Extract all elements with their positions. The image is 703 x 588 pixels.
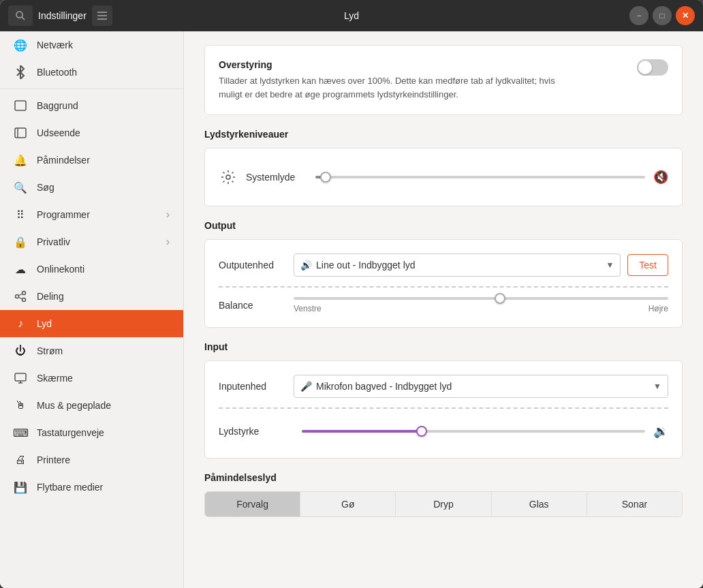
window-controls: − □ ✕ [629,6,695,25]
sidebar-label-deling: Deling [37,291,64,302]
sidebar-label-programmer: Programmer [37,209,90,220]
sidebar-label-tastaturgenveje: Tastaturgenveje [37,427,104,438]
appearance-icon [14,126,27,140]
sidebar-item-onlinekonti[interactable]: ☁ Onlinekonti [0,256,183,283]
sidebar-item-programmer[interactable]: ⠿ Programmer › [0,201,183,228]
sidebar-label-lyd: Lyd [37,318,52,329]
sidebar-label-skaerme: Skærme [37,373,73,384]
window-title: Lyd [344,10,359,21]
content-area: Overstyring Tillader at lydstyrken kan h… [184,31,703,588]
pamindelseslyd-section: Påmindelseslyd Forvalg Gø Dryp Glas [204,472,683,517]
balance-left-label: Venstre [294,304,322,313]
minimize-button[interactable]: − [629,6,649,25]
svg-point-16 [226,175,230,179]
overstyring-description: Tillader at lydstyrken kan hæves over 10… [219,74,559,101]
svg-point-9 [22,292,26,295]
sidebar-label-flytbare: Flytbare medier [37,482,103,493]
svg-line-12 [18,297,22,299]
svg-point-0 [16,12,22,18]
search-button[interactable] [8,5,33,26]
mic-select-icon: 🎤 [300,381,312,392]
tab-dryp[interactable]: Dryp [396,492,491,516]
speaker-muted-icon: 🔇 [653,170,668,185]
sidebar-item-pamindelser[interactable]: 🔔 Påmindelser [0,146,183,174]
sidebar-label-mus: Mus & pegeplade [37,400,111,411]
input-lydstyrke-label: Lydstyrke [219,426,294,437]
input-speaker-icon: 🔉 [653,424,668,439]
gear-sound-icon [219,168,238,187]
chevron-right-privatliv-icon: › [166,236,170,248]
sidebar-item-lyd[interactable]: ♪ Lyd [0,310,183,337]
apps-icon: ⠿ [14,208,27,221]
sidebar-item-skaerme[interactable]: Skærme [0,365,183,392]
sidebar-item-deling[interactable]: Deling [0,283,183,310]
balance-right-label: Højre [649,304,668,313]
bell-icon: 🔔 [14,153,27,167]
systemlyde-slider[interactable] [315,170,645,184]
sidebar-item-bluetooth[interactable]: Bluetooth [0,59,183,86]
volumeniveauer-section: Lydstyrkeniveauer Systemlyde [204,129,683,206]
sidebar-item-tastaturgenveje[interactable]: ⌨ Tastaturgenveje [0,419,183,446]
tab-forvalg[interactable]: Forvalg [205,492,300,516]
sidebar-item-netvaerk[interactable]: 🌐 Netværk [0,31,183,59]
printer-icon: 🖨 [14,453,27,467]
keyboard-icon: ⌨ [14,426,27,439]
sidebar-label-sog: Søg [37,182,54,193]
test-button[interactable]: Test [627,254,668,276]
tab-sonar[interactable]: Sonar [587,492,682,516]
sidebar-label-netvaerk: Netværk [37,40,73,50]
toggle-knob [638,61,652,74]
pamindelseslyd-header: Påmindelseslyd [204,472,683,483]
maximize-button[interactable]: □ [653,6,672,25]
share-icon [14,290,27,303]
input-device-select-wrapper: Mikrofon bagved - Indbygget lyd 🎤 ▼ [294,375,668,398]
input-card: Inputenhed Mikrofon bagved - Indbygget l… [204,360,683,459]
sidebar-item-strom[interactable]: ⏻ Strøm [0,337,183,365]
tab-glas[interactable]: Glas [492,492,587,516]
sidebar-label-udseende: Udseende [37,127,80,138]
sidebar-label-onlinekonti: Onlinekonti [37,264,84,275]
titlebar: Indstillinger Lyd − □ ✕ [0,0,703,31]
sidebar-label-strom: Strøm [37,345,63,356]
menu-button[interactable] [92,5,112,26]
app-title: Indstillinger [38,10,87,21]
sidebar-item-sog[interactable]: 🔍 Søg [0,174,183,201]
mouse-icon: 🖱 [14,399,27,412]
sidebar-label-baggrund: Baggrund [37,100,78,111]
sound-icon: ♪ [14,317,27,330]
sidebar-item-baggrund[interactable]: Baggrund [0,92,183,119]
output-device-select[interactable]: Line out - Indbygget lyd [294,253,621,277]
sidebar-item-printere[interactable]: 🖨 Printere [0,446,183,474]
sidebar-item-privatliv[interactable]: 🔒 Privatliv › [0,228,183,256]
balance-label: Balance [219,300,294,311]
output-section: Output Outputenhed Line out - Indbygget … [204,220,683,328]
input-device-select[interactable]: Mikrofon bagved - Indbygget lyd [294,375,668,398]
power-icon: ⏻ [14,344,27,358]
balance-slider[interactable]: Venstre Højre [294,297,668,313]
display-icon [14,371,27,385]
input-section: Input Inputenhed Mikrofon bagved - Indby… [204,341,683,459]
input-enhed-label: Inputenhed [219,381,294,392]
close-button[interactable]: ✕ [676,6,695,25]
svg-rect-5 [15,101,26,110]
sidebar-label-printere: Printere [37,454,70,465]
svg-line-11 [18,294,22,296]
output-card: Outputenhed Line out - Indbygget lyd 🔊 ▼… [204,239,683,328]
input-header: Input [204,341,683,352]
tab-go[interactable]: Gø [300,492,396,516]
sidebar-item-mus[interactable]: 🖱 Mus & pegeplade [0,392,183,419]
balance-row: Balance Venstre Højre [219,297,668,313]
dashed-divider-input [219,407,668,409]
search-sidebar-icon: 🔍 [14,181,27,194]
input-lydstyrke-slider[interactable] [302,424,645,438]
overstyring-title: Overstyring [219,59,559,70]
sidebar-label-bluetooth: Bluetooth [37,67,77,78]
input-enhed-row: Inputenhed Mikrofon bagved - Indbygget l… [219,375,668,398]
output-device-select-wrapper: Line out - Indbygget lyd 🔊 ▼ [294,253,621,277]
bluetooth-icon [14,65,27,79]
output-enhed-label: Outputenhed [219,260,294,270]
sidebar-item-udseende[interactable]: Udseende [0,119,183,146]
sidebar-item-flytbare[interactable]: 💾 Flytbare medier [0,474,183,501]
output-header: Output [204,220,683,231]
overstyring-toggle[interactable] [637,59,668,76]
